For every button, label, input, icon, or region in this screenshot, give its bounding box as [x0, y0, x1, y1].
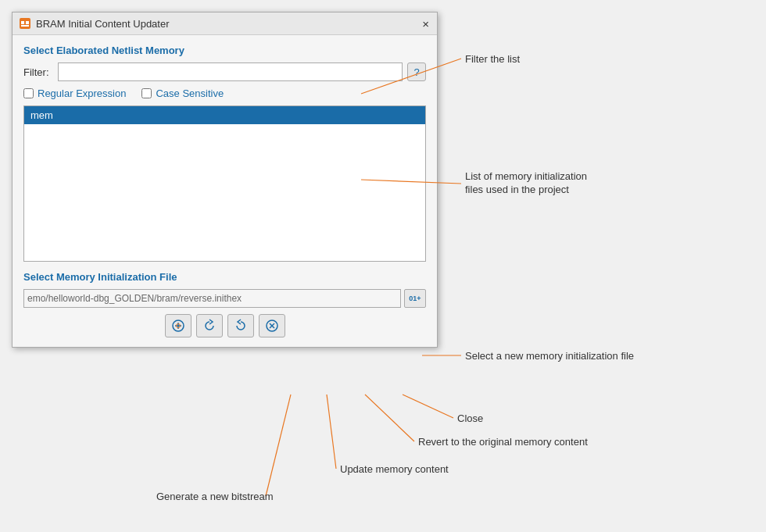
annotation-close-label: Close: [457, 412, 483, 424]
svg-line-12: [403, 395, 453, 418]
annotation-memlist-label1: List of memory initialization: [465, 170, 587, 182]
dialog-body: Select Elaborated Netlist Memory Filter:…: [13, 35, 437, 347]
dialog: BRAM Initial Content Updater × Select El…: [12, 12, 438, 348]
annotation-update-label: Update memory content: [340, 463, 449, 475]
select-memory-title: Select Elaborated Netlist Memory: [23, 45, 426, 56]
checkbox-row: Regular Expression Case Sensitive: [23, 87, 426, 99]
annotation-filter-label: Filter the list: [465, 53, 520, 65]
regular-expression-label: Regular Expression: [38, 87, 126, 99]
filter-label: Filter:: [23, 66, 53, 78]
case-sensitive-item: Case Sensitive: [141, 87, 224, 99]
filter-row: Filter: ?: [23, 62, 426, 81]
annotation-revert-label: Revert to the original memory content: [418, 436, 588, 448]
mem-init-path-input[interactable]: [23, 289, 401, 308]
annotation-memlist-label2: files used in the project: [465, 184, 569, 195]
close-x-icon: [265, 319, 279, 333]
update-icon: [202, 319, 217, 333]
case-sensitive-label: Case Sensitive: [156, 87, 224, 99]
title-bar: BRAM Initial Content Updater ×: [13, 12, 437, 35]
svg-line-14: [327, 395, 336, 469]
mem-init-section: Select Memory Initialization File 01+: [23, 271, 426, 308]
update-memory-button[interactable]: [196, 314, 223, 337]
svg-rect-2: [26, 21, 29, 24]
help-button[interactable]: ?: [407, 62, 426, 81]
close-button[interactable]: [259, 314, 285, 337]
app-icon: [19, 17, 31, 30]
svg-line-13: [365, 395, 414, 441]
generate-icon: [171, 319, 185, 333]
action-buttons-row: [23, 314, 426, 337]
revert-icon: [234, 319, 248, 333]
annotation-generate-label: Generate a new bitstream: [156, 491, 274, 502]
filter-input[interactable]: [58, 62, 403, 81]
regular-expression-checkbox[interactable]: [23, 88, 34, 98]
list-item[interactable]: mem: [24, 106, 425, 124]
case-sensitive-checkbox[interactable]: [141, 88, 152, 98]
select-mem-init-title: Select Memory Initialization File: [23, 271, 426, 283]
svg-rect-3: [21, 25, 29, 27]
annotation-selectnew-label: Select a new memory initialization file: [465, 350, 634, 362]
regular-expression-item: Regular Expression: [23, 87, 126, 99]
question-icon: ?: [413, 66, 419, 78]
browse-icon: 01+: [409, 295, 421, 302]
memory-list[interactable]: mem: [23, 105, 426, 262]
dialog-title: BRAM Initial Content Updater: [36, 18, 170, 30]
mem-init-row: 01+: [23, 289, 426, 308]
revert-button[interactable]: [227, 314, 254, 337]
title-bar-left: BRAM Initial Content Updater: [19, 17, 170, 30]
svg-rect-1: [21, 21, 24, 24]
browse-button[interactable]: 01+: [404, 289, 426, 308]
title-close-button[interactable]: ×: [421, 18, 431, 30]
svg-line-15: [266, 395, 291, 496]
generate-bitstream-button[interactable]: [165, 314, 192, 337]
